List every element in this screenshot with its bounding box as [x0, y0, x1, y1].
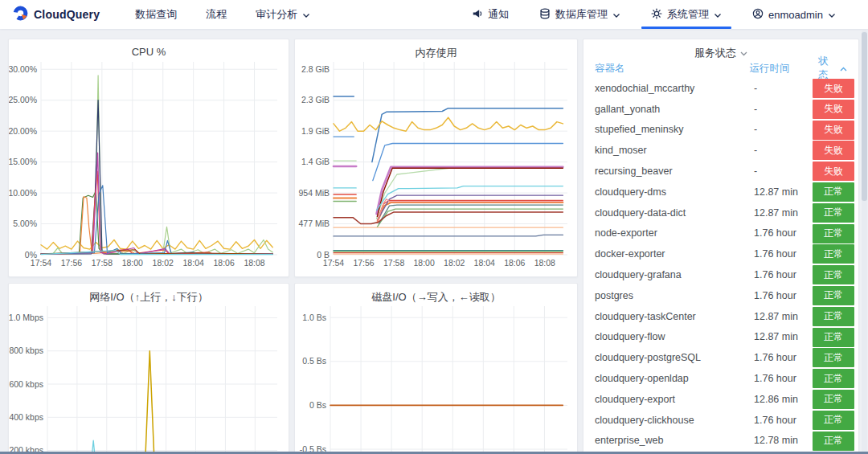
scrollbar-thumb[interactable] [862, 32, 867, 201]
table-row[interactable]: cloudquery-grafana1.76 hour正常 [583, 264, 858, 285]
chevron-down-icon [612, 9, 620, 21]
svg-text:0 Bs: 0 Bs [309, 400, 326, 410]
memory-panel: 内存使用 17:5417:5617:5818:0018:0218:0418:06… [294, 39, 578, 277]
status-badge: 失败 [813, 162, 854, 181]
top-navbar: CloudQuery 数据查询流程审计分析 通知数据库管理系统管理enmoadm… [0, 0, 868, 29]
nav-menu-right: 通知数据库管理系统管理enmoadmin [461, 0, 868, 29]
svg-text:17:56: 17:56 [61, 258, 82, 268]
svg-text:954 MiB: 954 MiB [298, 188, 330, 198]
nav-menu-left: 数据查询流程审计分析 [124, 0, 321, 29]
nav-item-2[interactable]: 审计分析 [244, 0, 321, 29]
svg-text:18:00: 18:00 [414, 258, 435, 268]
network-chart: 17:5417:5617:5818:0018:0218:0418:0618:08… [9, 303, 289, 454]
svg-text:1.9 GiB: 1.9 GiB [301, 126, 330, 136]
cloudquery-logo-icon [13, 6, 28, 24]
user-icon [752, 8, 764, 22]
svg-text:10.00%: 10.00% [9, 188, 37, 198]
nav-item-4[interactable]: 数据库管理 [528, 0, 632, 29]
cpu-chart: 17:5417:5617:5818:0018:0218:0418:0618:08… [9, 59, 289, 275]
svg-text:18:00: 18:00 [122, 258, 143, 268]
status-badge: 正常 [813, 411, 854, 430]
cpu-chart-title[interactable]: CPU % [9, 39, 289, 59]
status-badge: 正常 [813, 265, 854, 284]
status-badge: 正常 [813, 182, 854, 202]
status-badge: 失败 [813, 121, 854, 140]
column-header-uptime[interactable]: 运行时间 [749, 62, 818, 76]
table-row[interactable]: recursing_beaver-失败 [583, 161, 858, 182]
status-badge: 正常 [813, 203, 854, 223]
gear-icon [651, 8, 662, 22]
svg-text:2.3 GiB: 2.3 GiB [301, 95, 330, 104]
svg-text:0%: 0% [25, 250, 37, 260]
container-name-cell: cloudquery-dms [595, 186, 754, 198]
table-row[interactable]: postgres1.76 hour正常 [583, 285, 858, 306]
container-name-cell: cloudquery-flow [595, 331, 754, 342]
svg-text:5.00%: 5.00% [13, 219, 37, 228]
table-row[interactable]: xenodochial_mccarthy-失败 [583, 78, 858, 99]
chevron-down-icon [828, 9, 836, 21]
status-table-header: 容器名 运行时间 状态 [583, 60, 858, 76]
nav-item-label: 数据查询 [135, 7, 177, 22]
table-row[interactable]: enterprise_web12.78 min正常 [583, 431, 858, 452]
svg-text:18:02: 18:02 [153, 258, 174, 268]
nav-item-6[interactable]: enmoadmin [741, 0, 847, 29]
svg-text:17:54: 17:54 [31, 258, 51, 268]
status-badge: 正常 [813, 369, 854, 388]
nav-item-label: enmoadmin [768, 9, 823, 21]
svg-text:1.4 GiB: 1.4 GiB [301, 157, 330, 166]
table-row[interactable]: cloudquery-flow12.87 min正常 [583, 327, 858, 348]
table-row[interactable]: node-exporter1.76 hour正常 [583, 223, 858, 244]
database-icon [539, 8, 551, 22]
container-name-cell: kind_moser [595, 145, 754, 156]
page-scrollbar[interactable] [862, 31, 867, 454]
svg-text:17:54: 17:54 [323, 258, 344, 268]
container-name-cell: recursing_beaver [595, 166, 754, 177]
container-name-cell: enterprise_web [595, 435, 754, 446]
memory-chart-title[interactable]: 内存使用 [295, 39, 577, 59]
svg-text:17:58: 17:58 [383, 258, 404, 268]
svg-text:20.00%: 20.00% [9, 126, 37, 136]
nav-item-5[interactable]: 系统管理 [640, 0, 733, 29]
nav-item-0[interactable]: 数据查询 [124, 0, 188, 29]
svg-text:18:02: 18:02 [444, 258, 465, 268]
memory-chart: 17:5417:5617:5818:0018:0218:0418:0618:08… [295, 59, 577, 275]
status-badge: 正常 [813, 328, 854, 347]
table-row[interactable]: cloudquery-openldap1.76 hour正常 [583, 368, 858, 389]
nav-item-1[interactable]: 流程 [194, 0, 238, 29]
table-row[interactable]: cloudquery-taskCenter12.87 min正常 [583, 306, 858, 327]
status-badge: 正常 [813, 307, 854, 326]
table-row[interactable]: cloudquery-export12.86 min正常 [583, 389, 858, 410]
svg-text:18:04: 18:04 [474, 258, 495, 268]
network-chart-title[interactable]: 网络I/O（↑上行，↓下行） [9, 284, 289, 303]
column-header-container-name[interactable]: 容器名 [595, 62, 749, 76]
service-status-title-text: 服务状态 [694, 46, 736, 60]
container-name-cell: cloudquery-data-dict [595, 207, 754, 219]
status-badge: 失败 [813, 100, 854, 119]
svg-text:18:06: 18:06 [213, 258, 234, 268]
horn-icon [472, 8, 483, 22]
table-row[interactable]: cloudquery-postgreSQL1.76 hour正常 [583, 347, 858, 368]
table-row[interactable]: cloudquery-data-dict12.87 min正常 [583, 202, 858, 223]
container-name-cell: docker-exporter [595, 248, 754, 260]
container-name-cell: cloudquery-grafana [595, 269, 754, 280]
table-row[interactable]: kind_moser-失败 [583, 140, 858, 161]
nav-item-3[interactable]: 通知 [461, 0, 520, 29]
container-name-cell: xenodochial_mccarthy [595, 83, 754, 94]
container-name-cell: stupefied_meninsky [595, 124, 754, 135]
table-row[interactable]: gallant_yonath-失败 [583, 99, 858, 120]
status-badge: 失败 [813, 79, 854, 98]
service-status-title[interactable]: 服务状态 [583, 39, 858, 60]
table-row[interactable]: stupefied_meninsky-失败 [583, 120, 858, 141]
table-row[interactable]: cloudquery-dms12.87 min正常 [583, 182, 858, 202]
container-name-cell: node-exporter [595, 227, 754, 239]
svg-text:18:08: 18:08 [244, 258, 264, 268]
status-badge: 正常 [813, 286, 854, 305]
brand[interactable]: CloudQuery [0, 0, 100, 29]
table-row[interactable]: cloudquery-clickhouse1.76 hour正常 [583, 410, 858, 431]
container-name-cell: cloudquery-export [595, 394, 754, 405]
nav-item-label: 流程 [206, 7, 227, 22]
table-row[interactable]: docker-exporter1.76 hour正常 [583, 243, 858, 264]
status-badge: 正常 [813, 432, 854, 451]
disk-chart-title[interactable]: 磁盘I/O（→写入，←读取） [295, 284, 577, 303]
svg-text:18:04: 18:04 [183, 258, 204, 268]
